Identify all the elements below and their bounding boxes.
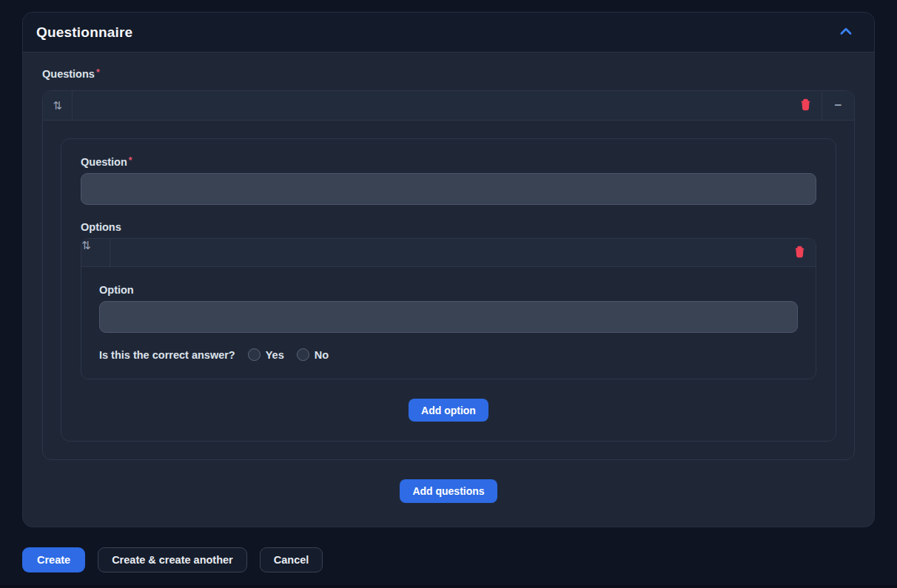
sort-icon: ⇅ (53, 100, 62, 111)
required-asterisk: * (96, 67, 100, 78)
section-body: Questions* ⇅ − (23, 53, 874, 519)
option-item-header: ⇅ (81, 239, 816, 267)
option-item-content: Option Is this the correct answer? Yes (81, 267, 816, 379)
trash-icon (799, 98, 812, 113)
questions-label: Questions (42, 68, 95, 80)
question-header-spacer (73, 91, 789, 120)
question-field-label-row: Question* (81, 155, 816, 169)
option-sort-handle[interactable]: ⇅ (81, 239, 110, 266)
question-group: Question* Options ⇅ (61, 138, 836, 442)
radio-no-circle[interactable] (297, 348, 309, 361)
chevron-up-icon (838, 23, 854, 41)
option-delete-button[interactable] (783, 239, 816, 266)
section-collapse-button[interactable] (834, 21, 858, 44)
question-input[interactable] (81, 173, 816, 205)
option-header-spacer (110, 239, 783, 266)
radio-yes-circle[interactable] (248, 348, 261, 361)
question-item-header: ⇅ − (43, 91, 854, 121)
add-questions-button[interactable]: Add questions (400, 479, 497, 503)
create-button[interactable]: Create (22, 547, 85, 572)
questions-field-label-row: Questions* (42, 67, 855, 81)
radio-yes-label: Yes (266, 349, 284, 361)
sort-icon: ⇅ (81, 239, 91, 251)
form-actions: Create Create & create another Cancel (22, 547, 323, 572)
radio-no-label: No (315, 349, 329, 361)
radio-option-no[interactable]: No (297, 348, 329, 361)
cancel-button[interactable]: Cancel (260, 547, 323, 572)
add-option-row: Add option (81, 399, 816, 422)
create-and-create-another-button[interactable]: Create & create another (98, 547, 247, 572)
question-label: Question (81, 156, 127, 168)
add-option-button[interactable]: Add option (409, 399, 488, 422)
questionnaire-section: Questionnaire Questions* ⇅ (22, 12, 875, 527)
option-input[interactable] (99, 301, 798, 333)
option-label: Option (99, 284, 134, 296)
question-item-content: Question* Options ⇅ (43, 121, 854, 459)
question-sort-handle[interactable]: ⇅ (43, 91, 73, 120)
option-repeater-item: ⇅ Option (81, 238, 816, 379)
options-label: Options (81, 221, 816, 233)
correct-answer-field: Is this the correct answer? Yes No (99, 348, 798, 361)
add-questions-row: Add questions (42, 479, 855, 503)
minus-icon: − (835, 99, 842, 112)
option-field-label-row: Option (99, 283, 798, 297)
question-delete-button[interactable] (789, 91, 822, 120)
section-header: Questionnaire (23, 13, 874, 53)
trash-icon (793, 246, 806, 260)
correct-answer-label: Is this the correct answer? (99, 349, 235, 361)
question-collapse-button[interactable]: − (822, 91, 854, 120)
radio-option-yes[interactable]: Yes (248, 348, 284, 361)
required-asterisk: * (129, 155, 132, 166)
question-repeater-item: ⇅ − Question* Option (42, 90, 855, 460)
section-title: Questionnaire (36, 24, 132, 41)
bottom-scrollbar-track (0, 585, 897, 588)
